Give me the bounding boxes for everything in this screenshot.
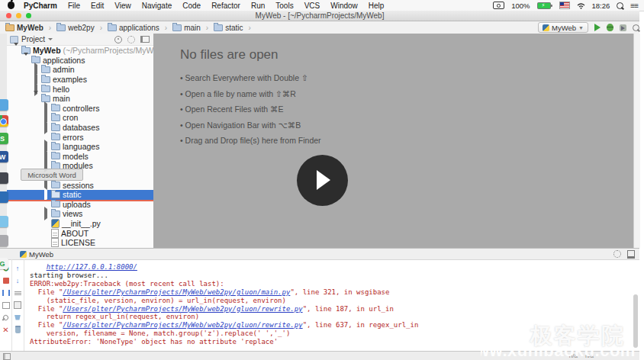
menu-item-run[interactable]: Run [251, 2, 265, 10]
trash-icon[interactable] [15, 326, 21, 333]
tree-item-uploads[interactable]: uploads [7, 200, 153, 210]
tree-item-static[interactable]: static [7, 190, 153, 200]
tree-item-about[interactable]: ABOUT [7, 228, 153, 238]
tree-item-__init__.py[interactable]: __init__.py [7, 219, 153, 229]
tree-item-myweb[interactable]: MyWeb(~/PycharmProjects/MyWeb) [7, 46, 153, 56]
tree-item-label: sessions [63, 181, 94, 190]
folder-icon [56, 24, 66, 31]
console-output[interactable]: http://127.0.0.1:8000/starting browser..… [30, 263, 630, 349]
console-link[interactable]: http://127.0.0.1:8000/ [47, 263, 137, 271]
run-button[interactable] [594, 24, 601, 31]
search-everywhere-icon[interactable] [633, 24, 639, 31]
scroll-from-source-icon[interactable] [114, 36, 122, 43]
folder-icon [51, 211, 60, 217]
menu-item-file[interactable]: File [68, 2, 80, 10]
notification-center-icon[interactable]: ≡≡ [630, 2, 638, 10]
tree-item-controllers[interactable]: controllers [7, 104, 153, 114]
print-console-icon[interactable] [14, 301, 21, 309]
input-source-flag-icon[interactable] [559, 2, 570, 9]
tree-item-admin[interactable]: admin [7, 65, 153, 75]
tree-item-examples[interactable]: examples [7, 75, 153, 85]
menu-item-code[interactable]: Code [182, 2, 201, 10]
pin-tab-icon[interactable] [2, 313, 10, 321]
run-controls-toolbar: ↻ ✕ [0, 259, 12, 352]
menu-item-window[interactable]: Window [330, 2, 358, 10]
chevron-right-icon[interactable] [43, 123, 50, 132]
dock-icon-word[interactable]: W [0, 151, 8, 162]
menu-item-refactor[interactable]: Refactor [211, 2, 240, 10]
chevron-down-icon[interactable] [24, 56, 30, 65]
tree-item-license[interactable]: LICENSE [7, 238, 153, 248]
run-tab[interactable]: MyWeb [20, 250, 53, 259]
hide-panel-icon[interactable] [140, 36, 150, 43]
clear-console-icon[interactable] [14, 315, 21, 320]
project-panel-header[interactable]: Project [7, 34, 153, 46]
tree-item-main[interactable]: main [7, 94, 153, 104]
console-link[interactable]: /Users/plter/PycharmProjects/MyWeb/web2p… [63, 305, 302, 313]
battery-icon[interactable]: ⚡ [537, 2, 552, 9]
chevron-down-icon[interactable] [14, 46, 20, 55]
menu-item-edit[interactable]: Edit [91, 2, 104, 10]
video-play-button[interactable] [297, 155, 348, 206]
gear-icon[interactable] [127, 36, 135, 43]
prev-trace-icon[interactable]: ↑ [14, 265, 21, 272]
tree-item-errors[interactable]: errors [7, 132, 153, 142]
chevron-right-icon[interactable] [43, 190, 50, 199]
dock-icon-app-gray[interactable] [0, 235, 8, 246]
tree-item-hello[interactable]: hello [7, 84, 153, 94]
dock-icon-chrome[interactable] [0, 115, 8, 127]
spotlight-icon[interactable] [617, 2, 623, 9]
tree-item-cron[interactable]: cron [7, 113, 153, 123]
menu-item-vcs[interactable]: VCS [304, 2, 320, 10]
console-text: (static_file, version, environ) = url_in… [30, 297, 286, 304]
dock-icon-app-g[interactable]: G [0, 258, 8, 269]
menu-item-help[interactable]: Help [369, 2, 385, 10]
tree-item-languages[interactable]: languages [7, 142, 153, 152]
breadcrumb-item-web2py[interactable]: web2py› [56, 24, 102, 32]
empty-state-tips: Search Everywhere with Double ⇧Open a fi… [180, 73, 321, 145]
breadcrumb-item-applications[interactable]: applications› [108, 24, 167, 32]
breadcrumb-item-static[interactable]: static› [214, 24, 251, 32]
chevron-down-icon[interactable] [34, 94, 40, 103]
tree-item-views[interactable]: views [7, 209, 153, 219]
tree-item-applications[interactable]: applications [7, 56, 153, 66]
dock-icon-app-lightblue[interactable] [0, 216, 8, 227]
console-line: starting browser... [30, 272, 630, 280]
run-with-coverage-button[interactable] [620, 24, 626, 31]
wifi-icon[interactable] [577, 2, 585, 9]
menu-item-tools[interactable]: Tools [275, 2, 293, 10]
stop-icon[interactable] [3, 278, 9, 284]
dock-icon-app-navy[interactable] [0, 191, 8, 203]
breadcrumb-item-main[interactable]: main› [172, 24, 208, 32]
debug-button[interactable] [607, 24, 613, 31]
soft-wrap-icon[interactable] [14, 291, 21, 296]
screen-recording-icon[interactable] [493, 2, 504, 9]
tree-item-models[interactable]: models [7, 152, 153, 162]
run-configuration-select[interactable]: MyWeb ▼ [538, 22, 588, 33]
restore-layout-icon[interactable] [2, 302, 10, 309]
editor-scrollbar[interactable] [633, 34, 640, 248]
tree-item-databases[interactable]: databases [7, 123, 153, 133]
pause-output-icon[interactable] [2, 290, 10, 296]
menu-item-view[interactable]: View [114, 2, 131, 10]
dock-icon-app-blue[interactable] [0, 99, 8, 111]
empty-state-title: No files are open [180, 47, 321, 63]
menu-item-navigate[interactable]: Navigate [142, 2, 172, 10]
apple-logo-icon[interactable] [8, 2, 14, 9]
menu-app-name[interactable]: PyCharm [24, 2, 57, 10]
toolwindow-toggle-icon[interactable] [3, 353, 11, 360]
dock-icon-app-green[interactable]: S [0, 133, 8, 144]
dock-icon-app-dark[interactable] [0, 172, 8, 184]
close-console-icon[interactable]: ✕ [2, 326, 10, 333]
console-settings-gear-icon[interactable] [613, 250, 621, 258]
breadcrumb-separator: › [49, 24, 51, 32]
tree-item-sessions[interactable]: sessions [7, 180, 153, 190]
console-link[interactable]: /Users/plter/PycharmProjects/MyWeb/web2p… [63, 288, 290, 296]
console-link[interactable]: /Users/plter/PycharmProjects/MyWeb/web2p… [63, 321, 302, 329]
next-trace-icon[interactable]: ↓ [14, 277, 21, 284]
breadcrumb-item-myweb[interactable]: MyWeb› [5, 24, 51, 32]
hide-console-icon[interactable] [627, 250, 635, 259]
chevron-right-icon[interactable] [43, 209, 50, 218]
console-scrollbar-thumb[interactable] [633, 294, 638, 348]
window-title-bar[interactable]: MyWeb - [~/PycharmProjects/MyWeb] [0, 11, 639, 21]
